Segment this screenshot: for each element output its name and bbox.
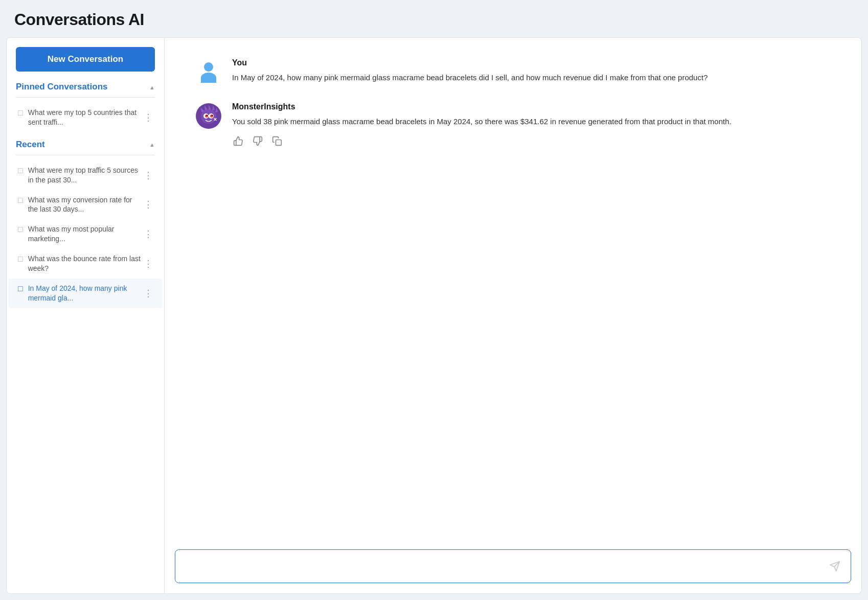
ai-sender-name: MonsterInsights <box>232 102 831 111</box>
thumbs-up-button[interactable] <box>232 135 244 147</box>
recent-conv-item-1[interactable]: □ What were my top traffic 5 sources in … <box>9 160 162 190</box>
user-avatar <box>197 59 220 83</box>
svg-point-9 <box>205 114 208 118</box>
conv-left-2: □ What was my conversion rate for the la… <box>18 195 142 215</box>
recent-conv-item-2[interactable]: □ What was my conversion rate for the la… <box>9 190 162 220</box>
ai-avatar-area: ✕ <box>195 102 222 147</box>
chat-icon-5: □ <box>18 284 23 293</box>
recent-conv-item-4[interactable]: □ What was the bounce rate from last wee… <box>9 249 162 279</box>
send-icon <box>829 561 840 572</box>
ai-message-content: MonsterInsights You sold 38 pink mermaid… <box>232 102 831 147</box>
thumbs-up-icon <box>233 136 243 146</box>
main-layout: New Conversation Pinned Conversations □ … <box>6 37 862 594</box>
conv-left-3: □ What was my most popular marketing... <box>18 224 142 244</box>
svg-point-12 <box>212 115 213 116</box>
copy-button[interactable] <box>271 135 283 147</box>
chat-messages: You In May of 2024, how many pink mermai… <box>165 38 861 541</box>
recent-conv-text-3: What was my most popular marketing... <box>28 224 142 244</box>
pinned-divider <box>16 97 155 98</box>
ai-message-block: ✕ MonsterInsights You sold 38 pink merma… <box>195 102 831 147</box>
send-button[interactable] <box>827 559 842 574</box>
recent-divider <box>16 155 155 155</box>
recent-conv-menu-1[interactable]: ⋮ <box>142 170 155 181</box>
recent-conv-menu-4[interactable]: ⋮ <box>142 258 155 269</box>
chat-icon-1: □ <box>18 166 23 175</box>
triangle-up-icon-2 <box>149 141 155 148</box>
chat-icon-2: □ <box>18 196 23 205</box>
chat-main: You In May of 2024, how many pink mermai… <box>165 37 862 594</box>
pinned-conv-text: What were my top 5 countries that sent t… <box>28 108 142 127</box>
copy-icon <box>272 136 282 146</box>
chat-bubble-icon: □ <box>18 108 23 118</box>
pinned-conv-menu-button[interactable]: ⋮ <box>142 112 155 123</box>
recent-conv-text-2: What was my conversion rate for the last… <box>28 195 142 215</box>
recent-section-toggle[interactable] <box>149 141 155 148</box>
recent-conv-text-1: What were my top traffic 5 sources in th… <box>28 166 142 185</box>
recent-section-title: Recent <box>16 140 45 150</box>
conv-left: □ What were my top 5 countries that sent… <box>18 108 142 127</box>
avatar-body <box>201 73 216 83</box>
chat-icon-4: □ <box>18 255 23 264</box>
pinned-section-header: Pinned Conversations <box>7 82 164 97</box>
chat-input-area <box>165 541 861 593</box>
new-conversation-button[interactable]: New Conversation <box>16 47 155 72</box>
app-container: Conversations AI New Conversation Pinned… <box>0 0 868 600</box>
user-message-block: You In May of 2024, how many pink mermai… <box>195 58 831 84</box>
chat-icon-3: □ <box>18 225 23 234</box>
user-sender-name: You <box>232 58 831 67</box>
recent-conv-menu-3[interactable]: ⋮ <box>142 228 155 240</box>
conv-left-1: □ What were my top traffic 5 sources in … <box>18 166 142 185</box>
recent-conv-menu-2[interactable]: ⋮ <box>142 199 155 210</box>
recent-conv-item-3[interactable]: □ What was my most popular marketing... … <box>9 219 162 249</box>
recent-conv-menu-5[interactable]: ⋮ <box>142 288 155 299</box>
input-wrapper <box>175 549 851 583</box>
recent-conv-text-5: In May of 2024, how many pink mermaid gl… <box>28 284 142 303</box>
thumbs-down-icon <box>253 136 263 146</box>
conv-left-4: □ What was the bounce rate from last wee… <box>18 254 142 273</box>
message-actions <box>232 135 831 147</box>
conv-left-5: □ In May of 2024, how many pink mermaid … <box>18 284 142 303</box>
user-avatar-area <box>195 58 222 84</box>
triangle-up-icon <box>149 83 155 91</box>
pinned-section-toggle[interactable] <box>149 83 155 91</box>
recent-conv-text-4: What was the bounce rate from last week? <box>28 254 142 273</box>
chat-input[interactable] <box>184 557 827 575</box>
pinned-conversation-item[interactable]: □ What were my top 5 countries that sent… <box>9 103 162 132</box>
thumbs-down-button[interactable] <box>252 135 264 147</box>
svg-text:✕: ✕ <box>213 117 217 122</box>
monster-insights-avatar: ✕ <box>196 103 221 129</box>
app-header: Conversations AI <box>0 0 868 37</box>
section-gap <box>7 132 164 140</box>
app-title: Conversations AI <box>14 10 854 29</box>
recent-conv-item-5[interactable]: □ In May of 2024, how many pink mermaid … <box>9 279 162 308</box>
ai-message-text: You sold 38 pink mermaid glass macrame b… <box>232 116 831 128</box>
svg-point-11 <box>207 115 208 116</box>
recent-section-header: Recent <box>7 140 164 155</box>
avatar-head <box>204 62 213 72</box>
sidebar: New Conversation Pinned Conversations □ … <box>6 37 165 594</box>
user-message-text: In May of 2024, how many pink mermaid gl… <box>232 72 831 84</box>
user-message-content: You In May of 2024, how many pink mermai… <box>232 58 831 84</box>
svg-rect-14 <box>276 140 282 146</box>
pinned-section-title: Pinned Conversations <box>16 82 107 92</box>
